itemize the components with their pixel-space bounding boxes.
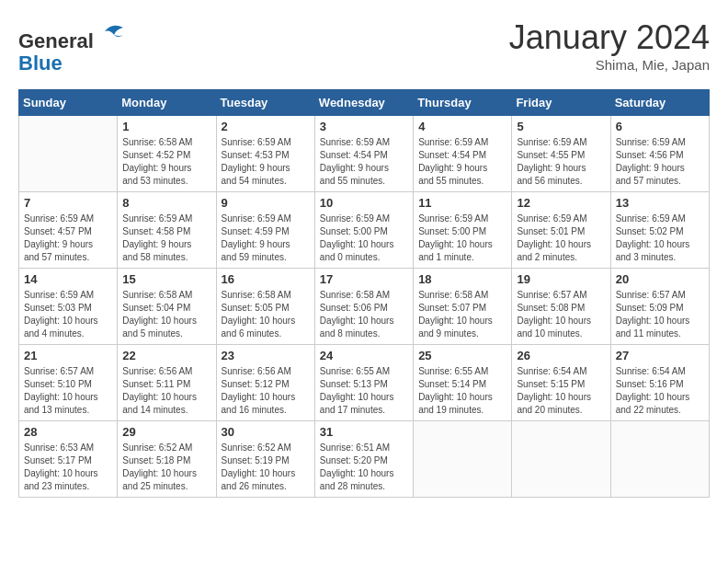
column-header-thursday: Thursday: [414, 90, 512, 116]
day-number: 12: [517, 196, 605, 210]
calendar-cell: 31Sunrise: 6:51 AM Sunset: 5:20 PM Dayli…: [314, 421, 413, 498]
day-number: 20: [616, 272, 704, 286]
column-header-tuesday: Tuesday: [216, 90, 314, 116]
day-info: Sunrise: 6:58 AM Sunset: 5:04 PM Dayligh…: [122, 289, 210, 340]
day-number: 6: [616, 120, 704, 133]
column-header-monday: Monday: [118, 90, 216, 116]
day-info: Sunrise: 6:59 AM Sunset: 4:54 PM Dayligh…: [418, 136, 506, 188]
day-info: Sunrise: 6:52 AM Sunset: 5:18 PM Dayligh…: [122, 442, 210, 493]
calendar-cell: 19Sunrise: 6:57 AM Sunset: 5:08 PM Dayli…: [512, 269, 610, 345]
day-number: 16: [222, 272, 310, 286]
column-header-wednesday: Wednesday: [314, 90, 413, 116]
day-info: Sunrise: 6:51 AM Sunset: 5:20 PM Dayligh…: [320, 442, 408, 493]
calendar-cell: 30Sunrise: 6:52 AM Sunset: 5:19 PM Dayli…: [216, 421, 314, 498]
day-number: 23: [222, 349, 310, 362]
day-info: Sunrise: 6:55 AM Sunset: 5:13 PM Dayligh…: [320, 365, 408, 417]
day-info: Sunrise: 6:58 AM Sunset: 5:05 PM Dayligh…: [222, 289, 310, 340]
day-number: 30: [222, 425, 310, 439]
calendar-cell: 7Sunrise: 6:59 AM Sunset: 4:57 PM Daylig…: [19, 192, 118, 269]
day-info: Sunrise: 6:57 AM Sunset: 5:10 PM Dayligh…: [24, 365, 112, 417]
day-number: 9: [222, 196, 310, 210]
day-number: 22: [122, 349, 210, 362]
month-title: January 2024: [509, 18, 710, 57]
logo-bird-icon: [97, 17, 127, 46]
day-number: 13: [616, 196, 704, 210]
calendar-cell: 27Sunrise: 6:54 AM Sunset: 5:16 PM Dayli…: [610, 345, 709, 421]
calendar-cell: 21Sunrise: 6:57 AM Sunset: 5:10 PM Dayli…: [19, 345, 118, 421]
day-number: 25: [418, 349, 506, 362]
day-info: Sunrise: 6:59 AM Sunset: 4:55 PM Dayligh…: [517, 136, 605, 188]
calendar-cell: 16Sunrise: 6:58 AM Sunset: 5:05 PM Dayli…: [216, 269, 314, 345]
day-info: Sunrise: 6:56 AM Sunset: 5:11 PM Dayligh…: [122, 365, 210, 417]
day-number: 31: [320, 425, 408, 439]
calendar-cell: 13Sunrise: 6:59 AM Sunset: 5:02 PM Dayli…: [610, 192, 709, 269]
day-number: 28: [24, 425, 112, 439]
calendar-table: SundayMondayTuesdayWednesdayThursdayFrid…: [18, 89, 710, 498]
day-info: Sunrise: 6:52 AM Sunset: 5:19 PM Dayligh…: [222, 442, 310, 493]
title-area: January 2024 Shima, Mie, Japan: [509, 18, 710, 73]
calendar-cell: 12Sunrise: 6:59 AM Sunset: 5:01 PM Dayli…: [512, 192, 610, 269]
calendar-cell: 10Sunrise: 6:59 AM Sunset: 5:00 PM Dayli…: [314, 192, 413, 269]
day-number: 3: [320, 120, 408, 133]
calendar-cell: 4Sunrise: 6:59 AM Sunset: 4:54 PM Daylig…: [414, 116, 512, 192]
calendar-cell: 25Sunrise: 6:55 AM Sunset: 5:14 PM Dayli…: [414, 345, 512, 421]
day-number: 15: [122, 272, 210, 286]
calendar-cell: 9Sunrise: 6:59 AM Sunset: 4:59 PM Daylig…: [216, 192, 314, 269]
day-info: Sunrise: 6:59 AM Sunset: 5:00 PM Dayligh…: [320, 213, 408, 264]
calendar-cell: 24Sunrise: 6:55 AM Sunset: 5:13 PM Dayli…: [314, 345, 413, 421]
day-info: Sunrise: 6:53 AM Sunset: 5:17 PM Dayligh…: [24, 442, 112, 493]
day-number: 21: [24, 349, 112, 362]
day-info: Sunrise: 6:58 AM Sunset: 4:52 PM Dayligh…: [122, 136, 210, 188]
calendar-cell: 15Sunrise: 6:58 AM Sunset: 5:04 PM Dayli…: [118, 269, 216, 345]
column-header-friday: Friday: [512, 90, 610, 116]
day-number: 24: [320, 349, 408, 362]
calendar-cell: 11Sunrise: 6:59 AM Sunset: 5:00 PM Dayli…: [414, 192, 512, 269]
calendar-cell: 22Sunrise: 6:56 AM Sunset: 5:11 PM Dayli…: [118, 345, 216, 421]
calendar-cell: 8Sunrise: 6:59 AM Sunset: 4:58 PM Daylig…: [118, 192, 216, 269]
day-number: 27: [616, 349, 704, 362]
day-number: 8: [122, 196, 210, 210]
day-number: 11: [418, 196, 506, 210]
calendar-cell: [19, 116, 118, 192]
day-info: Sunrise: 6:59 AM Sunset: 4:59 PM Dayligh…: [222, 213, 310, 264]
day-number: 18: [418, 272, 506, 286]
calendar-cell: 6Sunrise: 6:59 AM Sunset: 4:56 PM Daylig…: [610, 116, 709, 192]
calendar-cell: 3Sunrise: 6:59 AM Sunset: 4:54 PM Daylig…: [314, 116, 413, 192]
calendar-cell: 14Sunrise: 6:59 AM Sunset: 5:03 PM Dayli…: [19, 269, 118, 345]
day-info: Sunrise: 6:54 AM Sunset: 5:16 PM Dayligh…: [616, 365, 704, 417]
calendar-cell: 28Sunrise: 6:53 AM Sunset: 5:17 PM Dayli…: [19, 421, 118, 498]
day-info: Sunrise: 6:59 AM Sunset: 5:03 PM Dayligh…: [24, 289, 112, 340]
calendar-cell: 1Sunrise: 6:58 AM Sunset: 4:52 PM Daylig…: [118, 116, 216, 192]
logo-general-text: General: [18, 29, 94, 52]
day-info: Sunrise: 6:54 AM Sunset: 5:15 PM Dayligh…: [517, 365, 605, 417]
day-info: Sunrise: 6:59 AM Sunset: 5:02 PM Dayligh…: [616, 213, 704, 264]
calendar-cell: 29Sunrise: 6:52 AM Sunset: 5:18 PM Dayli…: [118, 421, 216, 498]
calendar-header: SundayMondayTuesdayWednesdayThursdayFrid…: [19, 90, 710, 116]
page-header: General Blue January 2024 Shima, Mie, Ja…: [18, 18, 710, 75]
calendar-cell: [414, 421, 512, 498]
day-info: Sunrise: 6:57 AM Sunset: 5:08 PM Dayligh…: [517, 289, 605, 340]
calendar-cell: 26Sunrise: 6:54 AM Sunset: 5:15 PM Dayli…: [512, 345, 610, 421]
day-info: Sunrise: 6:59 AM Sunset: 4:57 PM Dayligh…: [24, 213, 112, 264]
day-info: Sunrise: 6:59 AM Sunset: 5:00 PM Dayligh…: [418, 213, 506, 264]
logo-blue-text: Blue: [18, 52, 63, 75]
calendar-cell: 20Sunrise: 6:57 AM Sunset: 5:09 PM Dayli…: [610, 269, 709, 345]
day-number: 14: [24, 272, 112, 286]
calendar-cell: 23Sunrise: 6:56 AM Sunset: 5:12 PM Dayli…: [216, 345, 314, 421]
day-info: Sunrise: 6:59 AM Sunset: 4:54 PM Dayligh…: [320, 136, 408, 188]
calendar-cell: [512, 421, 610, 498]
calendar-cell: 18Sunrise: 6:58 AM Sunset: 5:07 PM Dayli…: [414, 269, 512, 345]
column-header-sunday: Sunday: [19, 90, 118, 116]
calendar-cell: 17Sunrise: 6:58 AM Sunset: 5:06 PM Dayli…: [314, 269, 413, 345]
logo: General Blue: [18, 18, 127, 75]
day-number: 5: [517, 120, 605, 133]
calendar-cell: 5Sunrise: 6:59 AM Sunset: 4:55 PM Daylig…: [512, 116, 610, 192]
day-number: 10: [320, 196, 408, 210]
day-info: Sunrise: 6:59 AM Sunset: 4:56 PM Dayligh…: [616, 136, 704, 188]
day-info: Sunrise: 6:55 AM Sunset: 5:14 PM Dayligh…: [418, 365, 506, 417]
day-number: 4: [418, 120, 506, 133]
day-info: Sunrise: 6:58 AM Sunset: 5:06 PM Dayligh…: [320, 289, 408, 340]
day-number: 1: [122, 120, 210, 133]
day-number: 26: [517, 349, 605, 362]
calendar-cell: 2Sunrise: 6:59 AM Sunset: 4:53 PM Daylig…: [216, 116, 314, 192]
